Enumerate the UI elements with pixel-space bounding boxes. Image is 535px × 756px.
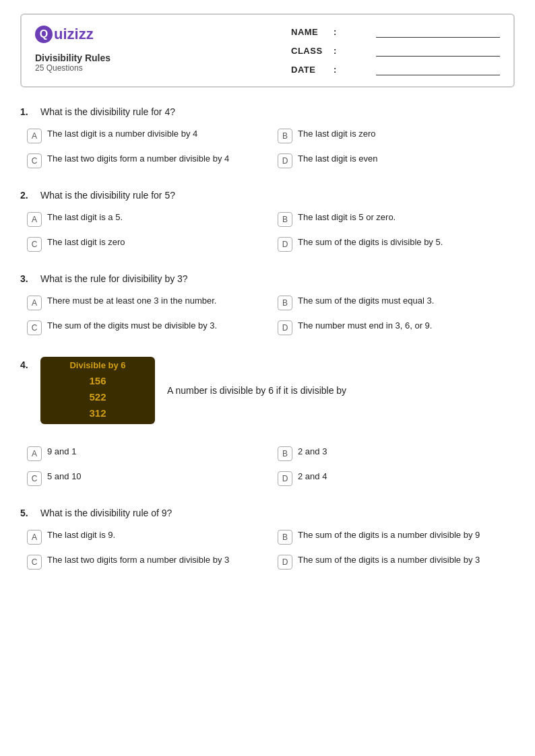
q2-text-b: The last digit is 5 or zero. — [298, 211, 396, 224]
q1-option-c[interactable]: C The last two digits form a number divi… — [27, 153, 264, 168]
q4-option-b[interactable]: B 2 and 3 — [278, 446, 515, 461]
date-label: DATE — [291, 65, 328, 75]
q5-option-d[interactable]: D The sum of the digits is a number divi… — [278, 554, 515, 570]
q4-label-a: A — [27, 446, 42, 461]
q1-text-a: The last digit is a number divisible by … — [47, 128, 197, 140]
class-line[interactable] — [376, 44, 500, 57]
q4-num: 4. — [20, 359, 34, 370]
q5-label-b: B — [278, 530, 292, 545]
class-label: CLASS — [291, 46, 328, 56]
q2-num: 2. — [20, 190, 34, 201]
worksheet-subtitle: 25 Questions — [35, 63, 111, 73]
q4-text-d: 2 and 4 — [298, 471, 327, 483]
q2-text-d: The sum of the digits is divisible by 5. — [298, 236, 443, 248]
q3-label-a: A — [27, 296, 42, 310]
q3-label-c: C — [27, 320, 42, 335]
q4-image-title: Divisible by 6 — [69, 360, 125, 370]
q3-option-d[interactable]: D The number must end in 3, 6, or 9. — [278, 320, 515, 335]
q5-text: What is the divisibility rule of 9? — [40, 508, 172, 518]
date-colon: : — [334, 65, 371, 75]
q4-option-d[interactable]: D 2 and 4 — [278, 471, 515, 486]
q4-options: A 9 and 1 B 2 and 3 C 5 and 10 D 2 and 4 — [20, 446, 515, 486]
q2-label-b: B — [278, 212, 292, 227]
q4-divisible-image: Divisible by 6 156 522 312 — [40, 357, 155, 424]
q3-option-c[interactable]: C The sum of the digits must be divisibl… — [27, 320, 264, 335]
q2-text-a: The last digit is a 5. — [47, 211, 123, 224]
q5-text-a: The last digit is 9. — [47, 529, 115, 541]
q3-number-row: 3. What is the rule for divisibility by … — [20, 273, 515, 284]
q1-text-d: The last digit is even — [298, 153, 378, 165]
q4-text-b: 2 and 3 — [298, 446, 327, 458]
logo-text: uizizz — [54, 26, 94, 43]
q2-text: What is the divisibility rule for 5? — [40, 190, 175, 201]
q2-option-a[interactable]: A The last digit is a 5. — [27, 211, 264, 227]
q4-image-numbers: 156 522 312 — [89, 373, 106, 421]
q5-option-a[interactable]: A The last digit is 9. — [27, 529, 264, 545]
q5-number-row: 5. What is the divisibility rule of 9? — [20, 508, 515, 518]
q3-text-b: The sum of the digits must equal 3. — [298, 295, 434, 307]
q5-option-c[interactable]: C The last two digits form a number divi… — [27, 554, 264, 570]
page: Quizizz Divisibility Rules 25 Questions … — [0, 0, 535, 756]
header-box: Quizizz Divisibility Rules 25 Questions … — [20, 13, 515, 88]
question-5: 5. What is the divisibility rule of 9? A… — [20, 508, 515, 570]
name-label: NAME — [291, 27, 328, 37]
q3-options: A There must be at least one 3 in the nu… — [20, 295, 515, 335]
name-colon: : — [334, 27, 371, 37]
q1-option-b[interactable]: B The last digit is zero — [278, 128, 515, 143]
date-field-row: DATE : — [291, 63, 500, 75]
q3-text-d: The number must end in 3, 6, or 9. — [298, 320, 432, 332]
q1-options: A The last digit is a number divisible b… — [20, 128, 515, 168]
q5-option-b[interactable]: B The sum of the digits is a number divi… — [278, 529, 515, 545]
header-left: Quizizz Divisibility Rules 25 Questions — [35, 26, 111, 73]
q3-label-b: B — [278, 296, 292, 310]
q1-option-a[interactable]: A The last digit is a number divisible b… — [27, 128, 264, 143]
q1-number-row: 1. What is the divisibility rule for 4? — [20, 106, 515, 117]
q2-options: A The last digit is a 5. B The last digi… — [20, 211, 515, 252]
question-1: 1. What is the divisibility rule for 4? … — [20, 106, 515, 168]
q1-label-b: B — [278, 129, 292, 143]
q5-label-c: C — [27, 555, 42, 570]
q3-label-d: D — [278, 320, 292, 335]
q4-label-c: C — [27, 471, 42, 486]
q3-option-a[interactable]: A There must be at least one 3 in the nu… — [27, 295, 264, 310]
q2-option-c[interactable]: C The last digit is zero — [27, 236, 264, 252]
header-right: NAME : CLASS : DATE : — [291, 26, 500, 75]
q1-num: 1. — [20, 106, 34, 117]
q3-text-a: There must be at least one 3 in the numb… — [47, 295, 216, 307]
q5-text-c: The last two digits form a number divisi… — [47, 554, 229, 566]
q3-text-c: The sum of the digits must be divisible … — [47, 320, 217, 332]
q3-num: 3. — [20, 273, 34, 284]
name-field-row: NAME : — [291, 26, 500, 38]
worksheet-title: Divisibility Rules — [35, 53, 111, 63]
q4-option-c[interactable]: C 5 and 10 — [27, 471, 264, 486]
class-colon: : — [334, 46, 371, 56]
q1-label-d: D — [278, 153, 292, 168]
q4-text-c: 5 and 10 — [47, 471, 82, 483]
q5-label-d: D — [278, 555, 292, 570]
q3-option-b[interactable]: B The sum of the digits must equal 3. — [278, 295, 515, 310]
q5-num: 5. — [20, 508, 34, 518]
question-2: 2. What is the divisibility rule for 5? … — [20, 190, 515, 252]
q2-label-c: C — [27, 237, 42, 252]
q5-text-d: The sum of the digits is a number divisi… — [298, 554, 480, 566]
q2-option-b[interactable]: B The last digit is 5 or zero. — [278, 211, 515, 227]
date-line[interactable] — [376, 63, 500, 75]
class-field-row: CLASS : — [291, 44, 500, 57]
q5-text-b: The sum of the digits is a number divisi… — [298, 529, 480, 541]
logo: Quizizz — [35, 26, 111, 43]
q2-text-c: The last digit is zero — [47, 236, 125, 248]
q4-image-row: Divisible by 6 156 522 312 A number is d… — [40, 357, 346, 424]
q3-text: What is the rule for divisibility by 3? — [40, 273, 188, 284]
q4-label-d: D — [278, 471, 292, 486]
q4-text: A number is divisible by 6 if it is divi… — [167, 385, 346, 396]
name-line[interactable] — [376, 26, 500, 38]
q4-option-a[interactable]: A 9 and 1 — [27, 446, 264, 461]
question-4: 4. Divisible by 6 156 522 312 A number i… — [20, 357, 515, 486]
q1-option-d[interactable]: D The last digit is even — [278, 153, 515, 168]
q1-text: What is the divisibility rule for 4? — [40, 106, 175, 117]
q2-label-a: A — [27, 212, 42, 227]
q5-options: A The last digit is 9. B The sum of the … — [20, 529, 515, 570]
q4-label-b: B — [278, 446, 292, 461]
q1-label-a: A — [27, 129, 42, 143]
q2-option-d[interactable]: D The sum of the digits is divisible by … — [278, 236, 515, 252]
